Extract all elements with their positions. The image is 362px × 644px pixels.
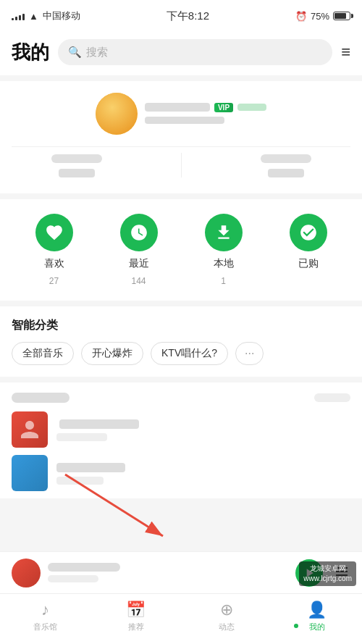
playlist-more[interactable] [314,393,350,402]
nav-item-recommend[interactable]: 📅 推荐 [90,601,181,632]
stat-following[interactable] [261,153,311,177]
smart-category-title: 智能分类 [12,318,350,333]
playlist-title [12,393,70,403]
username: VIP [145,103,266,112]
following-count [261,154,311,163]
following-label [268,167,304,177]
quick-access: 喜欢 27 最近 144 本地 1 已购 [0,199,362,301]
username-area: VIP [145,103,266,125]
list-item[interactable] [12,455,350,491]
quick-item-like[interactable]: 喜欢 27 [12,214,96,286]
chip-all-music[interactable]: 全部音乐 [12,342,74,365]
thumb-art-2 [12,455,48,491]
recommend-label: 推荐 [128,622,144,632]
status-right: ⏰ 75% [295,11,350,22]
vip-extra [237,104,266,111]
profile-top: VIP [12,93,350,135]
heart-icon [45,223,64,242]
quick-item-recent[interactable]: 最近 144 [96,214,181,286]
chip-happy[interactable]: 开心爆炸 [81,342,143,365]
local-count: 1 [221,276,226,286]
watermark-line2: www.lcjrtg.com [303,574,352,584]
quick-item-local[interactable]: 本地 1 [181,214,266,286]
search-placeholder: 搜索 [86,46,108,59]
player-thumbnail [12,559,41,587]
player-thumb-art [12,559,41,587]
nav-item-mine[interactable]: 👤 我的 [272,601,362,632]
followers-label [59,167,95,177]
music-hall-label: 音乐馆 [33,622,57,632]
user-sub [145,115,266,125]
playlist-items [12,411,350,491]
playlist-info-2 [56,461,350,485]
recent-label: 最近 [129,257,149,270]
battery-percent: 75% [311,11,329,22]
watermark: 龙城安卓网 www.lcjrtg.com [299,561,356,586]
search-icon: 🔍 [68,46,82,59]
check-circle-icon-wrap [290,214,327,251]
like-label: 喜欢 [44,257,64,270]
smart-category: 智能分类 全部音乐 开心爆炸 KTV唱什么? ··· [0,306,362,377]
playlist-name-1 [56,417,350,429]
page-title: 我的 [12,40,49,65]
heart-icon-wrap [35,214,73,251]
playlist-section [0,382,362,498]
mine-icon: 👤 [307,601,327,619]
nav-dot [294,624,298,628]
profile-section: VIP [0,81,362,193]
playlist-name-2 [56,461,350,472]
playlist-header [12,393,350,403]
username-text [145,103,210,112]
thumb-art-1 [12,411,48,448]
stat-divider-1 [181,153,182,177]
status-bar: ▲ 中国移动 下午8:12 ⏰ 75% [0,0,362,32]
quick-item-purchased[interactable]: 已购 [266,214,350,286]
alarm-icon: ⏰ [295,11,307,22]
profile-stats [12,146,350,183]
dynamic-icon: ⊕ [220,601,233,619]
wifi-icon: ▲ [29,11,38,22]
download-icon-wrap [205,214,243,251]
list-item[interactable] [12,411,350,448]
recent-count: 144 [131,276,146,286]
header: 我的 🔍 搜索 ≡ [0,32,362,75]
playlist-sub-2 [56,475,350,485]
check-circle-icon [299,223,318,242]
purchased-label: 已购 [298,257,319,270]
carrier-label: 中国移动 [43,9,80,22]
status-left: ▲ 中国移动 [12,9,80,22]
battery-icon [333,12,350,20]
music-hall-icon: ♪ [41,601,49,619]
vip-badge: VIP [214,103,233,112]
signal-icon [12,12,25,20]
stat-followers[interactable] [51,153,102,177]
category-chips: 全部音乐 开心爆炸 KTV唱什么? ··· [12,342,350,365]
like-count: 27 [49,276,59,286]
quick-grid: 喜欢 27 最近 144 本地 1 已购 [12,214,350,286]
user-sub-text [145,117,224,124]
download-icon [214,223,233,242]
clock-icon-wrap [120,214,158,251]
followers-count [51,154,102,163]
avatar-container[interactable]: VIP [96,93,266,135]
player-track-name [48,563,120,572]
chip-ktv[interactable]: KTV唱什么? [151,342,228,365]
playlist-info-1 [56,417,350,442]
dynamic-label: 动态 [219,622,235,632]
time-label: 下午8:12 [167,9,209,23]
avatar[interactable] [96,93,138,135]
chip-more[interactable]: ··· [235,342,264,365]
nav-item-music-hall[interactable]: ♪ 音乐馆 [0,601,90,632]
player-info [48,563,288,582]
nav-item-dynamic[interactable]: ⊕ 动态 [181,601,272,632]
watermark-line1: 龙城安卓网 [303,564,352,574]
menu-button[interactable]: ≡ [341,43,350,62]
playlist-thumb-1 [12,411,48,448]
player-track-artist [48,575,98,582]
playlist-sub-1 [56,432,350,442]
recommend-icon: 📅 [126,601,146,619]
local-label: 本地 [214,257,234,270]
search-bar[interactable]: 🔍 搜索 [58,39,332,65]
playlist-thumb-2 [12,455,48,491]
clock-icon [130,223,148,242]
